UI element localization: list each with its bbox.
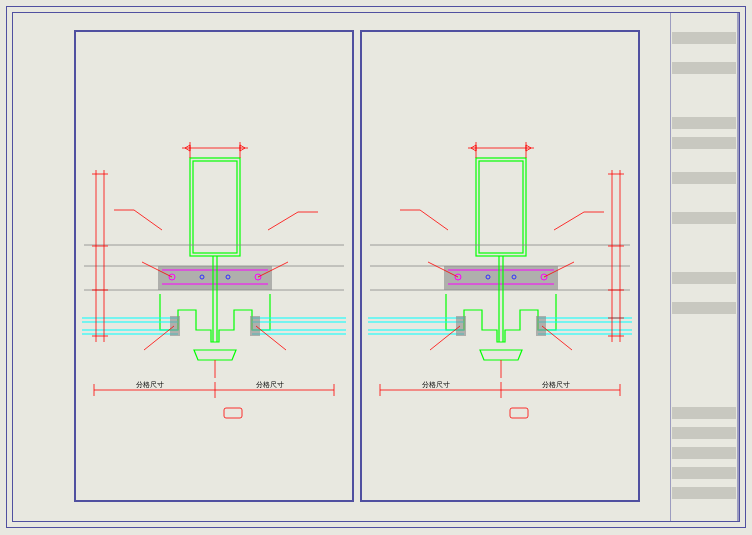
svg-rect-83 (456, 316, 466, 336)
detail-left: 分格尺寸 分格尺寸 (74, 30, 354, 502)
svg-rect-3 (672, 117, 736, 129)
svg-rect-6 (672, 212, 736, 224)
dim-label-right-a: 分格尺寸 (422, 381, 450, 388)
svg-rect-10 (672, 427, 736, 439)
svg-line-97 (554, 212, 584, 230)
svg-rect-0 (670, 12, 738, 522)
svg-line-95 (420, 210, 448, 230)
titleblock (670, 12, 740, 522)
svg-rect-9 (672, 407, 736, 419)
svg-rect-61 (476, 158, 526, 256)
svg-rect-14 (190, 158, 240, 256)
svg-line-47 (134, 210, 162, 230)
detail-right: 分格尺寸 分格尺寸 (360, 30, 640, 502)
svg-rect-13 (672, 487, 736, 499)
dim-label-right-b: 分格尺寸 (542, 381, 570, 388)
svg-rect-108 (510, 408, 528, 418)
svg-rect-2 (672, 62, 736, 74)
svg-rect-7 (672, 272, 736, 284)
dim-label-left-a: 分格尺寸 (136, 381, 164, 388)
svg-rect-1 (672, 32, 736, 44)
svg-rect-8 (672, 302, 736, 314)
svg-rect-62 (479, 161, 523, 253)
svg-rect-11 (672, 447, 736, 459)
svg-rect-4 (672, 137, 736, 149)
svg-rect-15 (193, 161, 237, 253)
svg-rect-60 (224, 408, 242, 418)
svg-rect-37 (250, 316, 260, 336)
svg-rect-12 (672, 467, 736, 479)
svg-rect-36 (170, 316, 180, 336)
cad-canvas: 分格尺寸 分格尺寸 (0, 0, 752, 535)
dim-label-left-b: 分格尺寸 (256, 381, 284, 388)
svg-line-49 (268, 212, 298, 230)
svg-rect-84 (536, 316, 546, 336)
svg-rect-5 (672, 172, 736, 184)
